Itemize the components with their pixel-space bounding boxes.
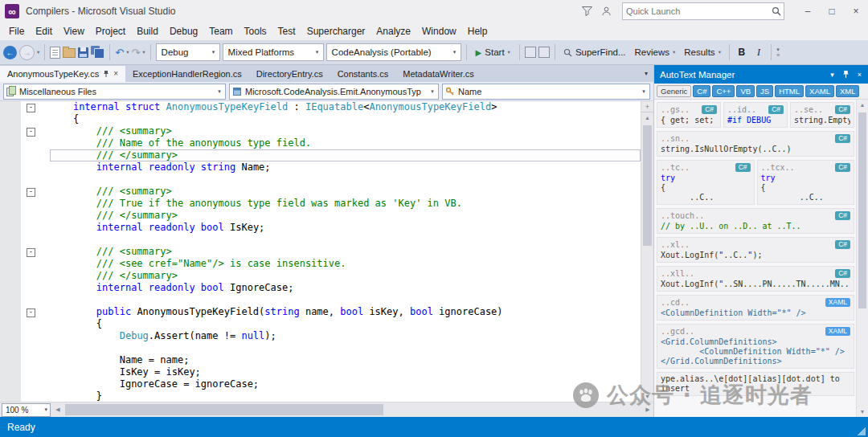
toolbar-icon[interactable] [525,47,536,58]
chevron-down-icon[interactable]: ▾ [126,49,129,55]
code-line[interactable]: /// <summary> [50,125,641,137]
code-line[interactable]: } [50,390,641,402]
toolbar-overflow-button[interactable]: ▾≡ [776,47,780,58]
close-button[interactable]: × [844,0,868,22]
minimize-button[interactable]: – [796,0,820,22]
menu-item-edit[interactable]: Edit [30,22,58,40]
open-file-icon[interactable] [63,48,76,58]
save-all-icon[interactable] [91,46,104,59]
menu-item-analyze[interactable]: Analyze [371,22,416,40]
filter-xaml[interactable]: XAML [805,85,834,97]
window-position-icon[interactable]: ▾ [825,67,839,81]
code-line[interactable] [50,342,641,354]
navigate-forward-icon[interactable]: → [19,45,35,60]
document-tab[interactable]: Constants.cs [330,66,396,82]
code-line[interactable]: Name = name; [50,354,641,366]
scroll-down-icon[interactable]: ▼ [641,391,653,402]
menu-item-supercharger[interactable]: Supercharger [301,22,371,40]
zoom-dropdown[interactable]: 100 % ▾ [2,403,51,417]
maximize-button[interactable]: □ [820,0,844,22]
menu-item-build[interactable]: Build [131,22,164,40]
code-line[interactable] [50,294,641,306]
editor-vertical-scrollbar[interactable]: + ▲ ▼ [641,101,653,402]
code-line[interactable]: /// <summary> [50,186,641,198]
document-tab[interactable]: MetadataWriter.cs [395,66,481,82]
panel-header[interactable]: AutoText Manager ▾ × [654,65,868,84]
italic-button[interactable]: I [751,47,766,59]
redo-icon[interactable]: ↷ [131,47,140,58]
snippet-card[interactable]: ..tcx..C#try{ ..C.. [757,160,855,205]
code-line[interactable]: Debug.Assert(name != null); [50,330,641,342]
code-line[interactable]: /// </summary> [50,270,641,282]
fold-margin[interactable]: ----- [21,101,42,402]
code-line[interactable]: internal readonly string Name; [50,161,641,174]
close-icon[interactable]: × [853,67,866,81]
tab-list-dropdown-icon[interactable]: ▾ [639,70,653,77]
snippet-card[interactable]: ..touch..C#// by ..U.. on ..D.. at ..T.. [657,208,854,234]
chevron-down-icon[interactable]: ▾ [142,49,145,55]
notifications-filter-icon[interactable] [579,4,595,18]
menu-item-file[interactable]: File [3,22,30,40]
code-line[interactable]: /// </summary> [50,149,641,161]
code-line[interactable]: internal readonly bool IsKey; [50,222,641,234]
menu-item-team[interactable]: Team [203,22,238,40]
member-dropdown[interactable]: Name ▾ [442,84,650,100]
solution-platform-dropdown[interactable]: Mixed Platforms ▾ [223,43,324,61]
snippet-card[interactable]: ..sn..C#string.IsNullOrEmpty(..C..) [657,131,854,157]
document-tab[interactable]: DirectoryEntry.cs [249,66,330,82]
fold-collapse-icon[interactable]: - [27,188,35,197]
scroll-up-icon[interactable]: ▲ [641,112,653,123]
filter-generic[interactable]: Generic [657,85,691,97]
quick-launch-box[interactable] [622,2,784,20]
menu-item-test[interactable]: Test [272,22,301,40]
code-line[interactable]: /// <see cref="Name"/> is case insensiti… [50,258,641,270]
code-line[interactable]: IsKey = isKey; [50,366,641,378]
code-line[interactable]: public AnonymousTypeKeyField(string name… [50,306,641,318]
fold-collapse-icon[interactable]: - [27,128,35,137]
snippet-card[interactable]: ..cd..XAML<ColumnDefinition Width="*" /> [657,295,854,321]
scrollbar-thumb[interactable] [643,125,652,246]
pin-icon[interactable] [103,71,109,78]
scrollbar-track[interactable] [641,123,653,391]
document-tab[interactable]: AnonymousTypeKey.cs× [0,66,125,82]
scroll-left-icon[interactable]: ◀ [52,406,63,413]
toolbar-icon[interactable] [538,47,550,58]
code-line[interactable]: { [50,113,641,125]
code-line[interactable] [50,174,641,186]
horizontal-scrollbar-track[interactable] [63,402,642,417]
filter-cpp[interactable]: C++ [712,85,735,97]
new-file-icon[interactable] [50,47,60,59]
menu-item-tools[interactable]: Tools [239,22,272,40]
undo-icon[interactable]: ↶ [115,47,124,58]
superfind-button[interactable]: SuperFind... [560,47,629,57]
filter-xml[interactable]: XML [836,85,860,97]
project-scope-dropdown[interactable]: Miscellaneous Files ▾ [3,84,226,100]
solution-configuration-dropdown[interactable]: Debug ▾ [156,43,220,61]
scrollbar-track[interactable] [857,110,868,406]
horizontal-scrollbar-thumb[interactable] [65,404,383,415]
resize-grip[interactable] [858,427,866,435]
snippet-card[interactable]: ..xl..C#Xout.LogInf("..C.."); [657,237,854,263]
quick-launch-input[interactable] [623,6,769,16]
snippet-card[interactable]: ..tc..C#try{ ..C.. [657,160,755,205]
snippet-card[interactable]: ype.alias..\e[dot][alias][dot.dot] toins… [657,372,854,396]
pin-icon[interactable] [839,67,853,81]
code-editor[interactable]: internal struct AnonymousTypeKeyField : … [42,101,641,402]
type-dropdown[interactable]: Microsoft.CodeAnalysis.Emit.AnonymousTyp… [229,84,439,100]
results-dropdown[interactable]: Results ▾ [681,47,724,57]
split-handle[interactable]: + [641,101,653,112]
search-icon[interactable] [769,6,784,16]
code-line[interactable]: internal readonly bool IgnoreCase; [50,282,641,294]
scroll-up-icon[interactable]: ▲ [857,100,868,110]
breakpoint-margin[interactable] [0,101,21,402]
chevron-down-icon[interactable]: ▾ [37,49,39,55]
snippet-card[interactable]: ..xll..C#Xout.LogInf("..SN....PN.....TN.… [657,266,854,292]
panel-vertical-scrollbar[interactable]: ▲ ▼ [856,100,868,417]
code-line[interactable]: /// True if the anonymous type field was… [50,198,641,210]
code-line[interactable] [50,234,641,246]
menu-item-debug[interactable]: Debug [164,22,203,40]
filter-csharp[interactable]: C# [693,85,710,97]
code-line[interactable]: /// <summary> [50,246,641,258]
fold-collapse-icon[interactable]: - [27,248,35,257]
fold-collapse-icon[interactable]: - [27,308,35,317]
